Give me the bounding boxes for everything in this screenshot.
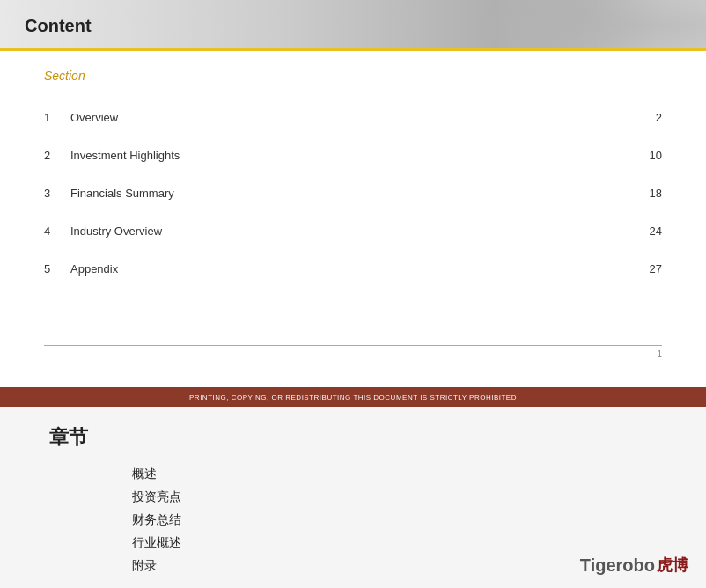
toc-page: 10 [609, 136, 662, 174]
disclaimer-bar: PRINTING, COPYING, OR REDISTRIBUTING THI… [0, 387, 706, 407]
toc-number: 4 [44, 212, 70, 250]
tigerobo-logo: Tigerobo 虎博 [580, 555, 688, 576]
page-title: Content [25, 16, 92, 36]
slide-header: Content [0, 0, 706, 51]
toc-title: Overview [70, 99, 609, 136]
logo-text: Tigerobo [580, 555, 655, 576]
toc-title: Investment Highlights [70, 136, 609, 174]
disclaimer-text: PRINTING, COPYING, OR REDISTRIBUTING THI… [189, 393, 517, 401]
toc-title: Financials Summary [70, 174, 609, 212]
toc-table: 1Overview22Investment Highlights103Finan… [44, 99, 662, 288]
list-item: 概述 [132, 463, 680, 486]
table-row: 1Overview2 [44, 99, 662, 136]
list-item: 财务总结 [132, 509, 680, 532]
chinese-section-label: 章节 [49, 424, 680, 451]
toc-page: 18 [609, 174, 662, 212]
section-label: Section [44, 69, 662, 83]
list-item: 行业概述 [132, 532, 680, 555]
table-row: 2Investment Highlights10 [44, 136, 662, 174]
toc-number: 5 [44, 250, 70, 288]
page-wrapper: Content Section 1Overview22Investment Hi… [0, 0, 706, 588]
toc-title: Appendix [70, 250, 609, 288]
toc-number: 2 [44, 136, 70, 174]
slide-footer: 1 [44, 345, 662, 359]
slide-top: Content Section 1Overview22Investment Hi… [0, 0, 706, 387]
slide-bottom: 章节 概述投资亮点财务总结行业概述附录 Tigerobo 虎博 [0, 407, 706, 588]
table-row: 4Industry Overview24 [44, 212, 662, 250]
table-row: 5Appendix27 [44, 250, 662, 288]
toc-page: 24 [609, 212, 662, 250]
toc-title: Industry Overview [70, 212, 609, 250]
list-item: 投资亮点 [132, 486, 680, 509]
toc-number: 1 [44, 99, 70, 136]
toc-number: 3 [44, 174, 70, 212]
logo-chinese: 虎博 [657, 555, 688, 576]
toc-page: 27 [609, 250, 662, 288]
table-row: 3Financials Summary18 [44, 174, 662, 212]
toc-content: Section 1Overview22Investment Highlights… [0, 51, 706, 387]
toc-page: 2 [609, 99, 662, 136]
page-number: 1 [657, 349, 662, 359]
